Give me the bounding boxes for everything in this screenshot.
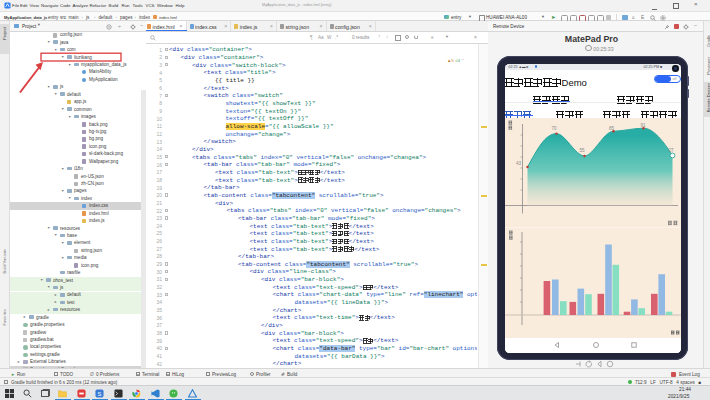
svg-text:70: 70 xyxy=(551,125,557,130)
svg-text:27: 27 xyxy=(668,147,674,152)
svg-text:91: 91 xyxy=(640,123,646,128)
svg-text:55: 55 xyxy=(579,148,585,153)
svg-text:85: 85 xyxy=(609,125,615,130)
svg-text:S: S xyxy=(98,391,102,397)
svg-text:43: 43 xyxy=(516,161,522,166)
